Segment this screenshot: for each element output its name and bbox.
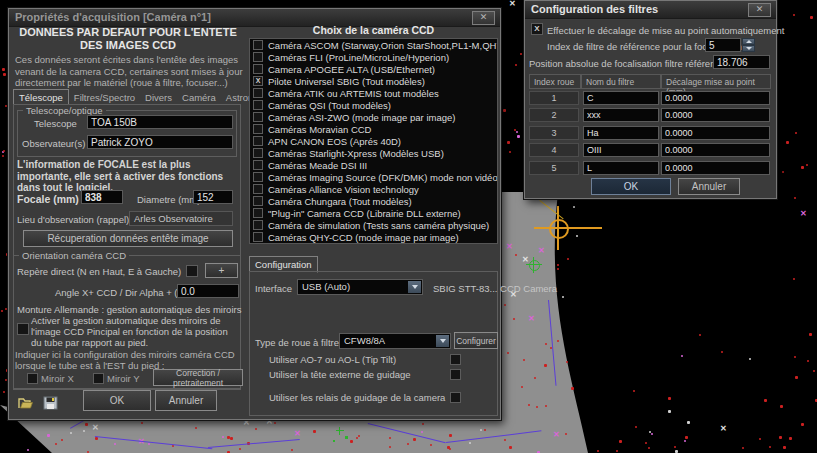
star-dot <box>83 430 85 432</box>
camera-list-item[interactable]: Caméras FLI (ProLine/MicroLine/Hyperion) <box>250 51 497 63</box>
wheel-dropdown[interactable]: CFW8/8A <box>339 333 451 349</box>
guide-option-checkbox[interactable] <box>450 369 461 380</box>
camera-list-item[interactable]: Caméras Alliance Vision technology <box>250 183 497 195</box>
camera-checkbox[interactable] <box>253 112 263 122</box>
camera-list-item[interactable]: Caméra ATIK ou ARTEMIS tout modèles <box>250 87 497 99</box>
tab-item[interactable]: Filtres/Spectro <box>69 90 140 105</box>
star-dot <box>407 443 409 445</box>
miroir-y-checkbox[interactable] <box>93 373 104 384</box>
plus-button[interactable]: + <box>205 263 238 278</box>
camera-checkbox[interactable] <box>253 76 263 86</box>
camera-list-item[interactable]: Caméras Imaging Source (DFK/DMK) mode no… <box>250 171 497 183</box>
filter-name-input[interactable] <box>583 108 659 122</box>
camera-checkbox[interactable] <box>253 124 263 134</box>
camera-checkbox[interactable] <box>253 88 263 98</box>
camera-checkbox[interactable] <box>253 172 263 182</box>
filter-offset-input[interactable] <box>661 126 770 140</box>
activer-checkbox[interactable] <box>17 323 29 335</box>
focale-input[interactable] <box>81 190 123 204</box>
star-dot <box>3 150 5 152</box>
chevron-down-icon[interactable] <box>408 281 421 293</box>
camera-list-item[interactable]: Caméras ASI-ZWO (mode image par image) <box>250 111 497 123</box>
cancel-button[interactable]: Annuler <box>155 390 217 411</box>
index-spinner[interactable] <box>742 38 755 52</box>
camera-list-item[interactable]: Caméras QHY-CCD (mode image par image) <box>250 231 497 243</box>
camera-list-item[interactable]: Caméra ASCOM (Starway,Orion StarShoot,PL… <box>250 39 497 51</box>
guide-option-checkbox[interactable] <box>450 354 461 365</box>
filter-name-input[interactable] <box>583 91 659 105</box>
repere-checkbox[interactable] <box>186 265 198 277</box>
camera-list-item[interactable]: Caméras Starlight-Xpress (Modèles USB) <box>250 147 497 159</box>
telescope-input[interactable] <box>87 115 233 129</box>
close-icon[interactable]: ✕ <box>748 3 771 17</box>
angle-input[interactable] <box>177 284 239 298</box>
guide-option-checkbox[interactable] <box>450 392 461 403</box>
camera-checkbox[interactable] <box>253 184 263 194</box>
filter-cancel-button[interactable]: Annuler <box>678 178 740 195</box>
star-dot <box>480 429 482 431</box>
camera-list-item[interactable]: Caméra Chungara (Tout modèles) <box>250 195 497 207</box>
filter-name-input[interactable] <box>583 126 659 140</box>
miroir-x-checkbox[interactable] <box>27 373 38 384</box>
filter-offset-input[interactable] <box>661 91 770 105</box>
camera-list-item[interactable]: Caméras Moravian CCD <box>250 123 497 135</box>
camera-checkbox[interactable] <box>253 64 263 74</box>
observer-input[interactable] <box>87 135 233 149</box>
save-icon[interactable] <box>43 396 58 410</box>
camera-list-item[interactable]: Caméra de simulation (Tests sans caméra … <box>250 219 497 231</box>
camera-list[interactable]: Caméra ASCOM (Starway,Orion StarShoot,PL… <box>249 38 498 244</box>
camera-checkbox[interactable] <box>253 100 263 110</box>
filter-offset-input[interactable] <box>661 108 770 122</box>
camera-list-item[interactable]: Pilote Universel SBIG (Tout modèles) <box>250 75 497 87</box>
configure-button[interactable]: Configurer <box>454 332 498 349</box>
interface-dropdown[interactable]: USB (Auto) <box>297 279 423 295</box>
ok-button[interactable]: OK <box>83 390 151 411</box>
filter-titlebar[interactable]: Configuration des filtres ✕ <box>525 1 776 19</box>
camera-checkbox[interactable] <box>253 208 263 218</box>
index-input[interactable] <box>705 38 741 52</box>
star-dot <box>27 449 29 451</box>
camera-checkbox[interactable] <box>253 136 263 146</box>
tab-item[interactable]: Caméra <box>177 90 221 105</box>
camera-checkbox[interactable] <box>253 148 263 158</box>
filter-offset-input[interactable] <box>661 161 770 175</box>
interface-value: USB (Auto) <box>302 281 350 292</box>
camera-list-item[interactable]: "Plug-in" Camera CCD (Librairie DLL exte… <box>250 207 497 219</box>
tab-item[interactable]: Divers <box>140 90 177 105</box>
constellation-line <box>368 423 446 443</box>
camera-checkbox[interactable] <box>253 196 263 206</box>
star-dot <box>674 446 676 448</box>
camera-checkbox[interactable] <box>253 52 263 62</box>
dialog-title: Propriétés d'acquisition [Caméra n°1] <box>15 11 211 23</box>
camera-label: Caméras Starlight-Xpress (Modèles USB) <box>268 148 444 159</box>
recuperation-button[interactable]: Récuperation données entête image <box>23 230 233 247</box>
close-icon[interactable]: ✕ <box>472 11 495 25</box>
camera-checkbox[interactable] <box>253 232 263 242</box>
camera-list-item[interactable]: Caméras Meade DSI III <box>250 159 497 171</box>
camera-checkbox[interactable] <box>253 40 263 50</box>
camera-choice-title: Choix de la caméra CCD <box>249 24 498 36</box>
diametre-input[interactable] <box>193 190 233 204</box>
camera-list-item[interactable]: Camera APOGEE ALTA (USB/Ethernet) <box>250 63 497 75</box>
correction-button[interactable]: Correction / pretraitement <box>153 369 243 386</box>
star-dot <box>764 399 767 402</box>
camera-checkbox[interactable] <box>253 220 263 230</box>
star-dot <box>356 437 358 439</box>
star-dot <box>2 68 5 71</box>
filter-offset-input[interactable] <box>661 143 770 157</box>
camera-checkbox[interactable] <box>253 160 263 170</box>
filter-ok-button[interactable]: OK <box>591 178 671 195</box>
camera-list-item[interactable]: APN CANON EOS (Aprés 40D) <box>250 135 497 147</box>
chevron-down-icon[interactable] <box>436 335 449 347</box>
filter-name-input[interactable] <box>583 161 659 175</box>
star-dot <box>5 308 7 310</box>
camera-label: Camera APOGEE ALTA (USB/Ethernet) <box>268 64 435 75</box>
open-file-icon[interactable] <box>18 396 34 410</box>
star-dot <box>421 431 423 433</box>
camera-list-item[interactable]: Caméras QSI (Tout modèles) <box>250 99 497 111</box>
star-dot <box>509 446 512 449</box>
star-dot <box>645 442 647 444</box>
position-input[interactable] <box>713 55 770 69</box>
auto-offset-checkbox[interactable] <box>531 23 543 35</box>
filter-name-input[interactable] <box>583 143 659 157</box>
